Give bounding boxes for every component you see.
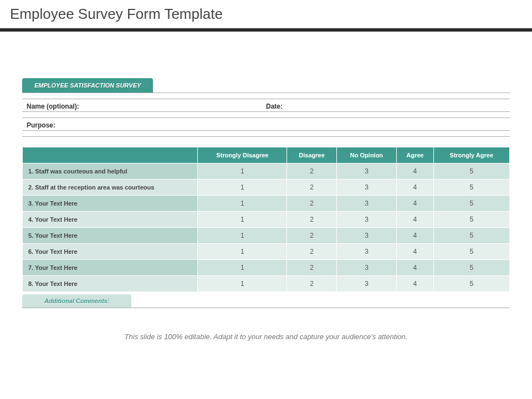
header-blank	[23, 147, 198, 163]
rating-cell[interactable]: 4	[397, 244, 433, 260]
question-cell: 4. Your Text Here	[23, 212, 198, 228]
rating-cell[interactable]: 4	[397, 260, 433, 276]
table-row: 5. Your Text Here12345	[23, 228, 510, 244]
rating-cell[interactable]: 1	[198, 260, 287, 276]
rating-cell[interactable]: 1	[198, 180, 287, 196]
purpose-row: Purpose:	[22, 118, 510, 131]
rating-cell[interactable]: 2	[287, 276, 336, 292]
rating-cell[interactable]: 4	[397, 228, 433, 244]
survey-table: Strongly Disagree Disagree No Opinion Ag…	[22, 147, 510, 292]
rating-cell[interactable]: 1	[198, 196, 287, 212]
rating-cell[interactable]: 4	[397, 276, 433, 292]
rating-cell[interactable]: 3	[336, 260, 397, 276]
rating-cell[interactable]: 1	[198, 244, 287, 260]
table-row: 8. Your Text Here12345	[23, 276, 510, 292]
rating-cell[interactable]: 5	[433, 244, 509, 260]
rating-cell[interactable]: 2	[287, 260, 336, 276]
table-row: 7. Your Text Here12345	[23, 260, 510, 276]
header-col: No Opinion	[336, 147, 397, 163]
table-row: 2. Staff at the reception area was court…	[23, 180, 510, 196]
rating-cell[interactable]: 5	[433, 276, 509, 292]
rating-cell[interactable]: 1	[198, 212, 287, 228]
rating-cell[interactable]: 3	[336, 196, 397, 212]
rating-cell[interactable]: 2	[287, 244, 336, 260]
question-cell: 8. Your Text Here	[23, 276, 198, 292]
name-label: Name (optional):	[27, 103, 79, 110]
divider	[22, 308, 510, 308]
question-cell: 6. Your Text Here	[23, 244, 198, 260]
rating-cell[interactable]: 4	[397, 163, 433, 180]
name-date-row: Name (optional): Date:	[22, 99, 510, 112]
survey-header-tab: EMPLOYEE SATISFACTION SURVEY	[22, 78, 153, 93]
rating-cell[interactable]: 2	[287, 212, 336, 228]
rating-cell[interactable]: 2	[287, 180, 336, 196]
rating-cell[interactable]: 3	[336, 244, 397, 260]
rating-cell[interactable]: 1	[198, 228, 287, 244]
table-row: 1. Staff was courteous and helpful12345	[23, 163, 510, 180]
rating-cell[interactable]: 2	[287, 228, 336, 244]
rating-cell[interactable]: 2	[287, 196, 336, 212]
rating-cell[interactable]: 2	[287, 163, 336, 180]
header-col: Disagree	[287, 147, 336, 163]
rating-cell[interactable]: 3	[336, 180, 397, 196]
question-cell: 2. Staff at the reception area was court…	[23, 180, 198, 196]
rating-cell[interactable]: 5	[433, 228, 509, 244]
question-cell: 1. Staff was courteous and helpful	[23, 163, 198, 180]
rating-cell[interactable]: 3	[336, 163, 397, 180]
date-label: Date:	[266, 103, 283, 110]
divider	[22, 136, 510, 137]
rating-cell[interactable]: 1	[198, 163, 287, 180]
purpose-label: Purpose:	[27, 121, 55, 129]
rating-cell[interactable]: 5	[433, 163, 509, 180]
rating-cell[interactable]: 3	[336, 228, 397, 244]
table-row: 4. Your Text Here12345	[23, 212, 510, 228]
rating-cell[interactable]: 4	[397, 180, 433, 196]
table-row: 6. Your Text Here12345	[23, 244, 510, 260]
question-cell: 7. Your Text Here	[23, 260, 198, 276]
rating-cell[interactable]: 5	[433, 212, 509, 228]
header-col: Strongly Agree	[433, 147, 509, 163]
rating-cell[interactable]: 3	[336, 212, 397, 228]
comments-tab: Additional Comments:	[22, 294, 131, 308]
header-col: Agree	[397, 147, 433, 163]
rating-cell[interactable]: 4	[397, 196, 433, 212]
question-cell: 3. Your Text Here	[23, 196, 198, 212]
rating-cell[interactable]: 5	[433, 180, 509, 196]
footer-note: This slide is 100% editable. Adapt it to…	[22, 332, 510, 341]
rating-cell[interactable]: 4	[397, 212, 433, 228]
rating-cell[interactable]: 3	[336, 276, 397, 292]
rating-cell[interactable]: 5	[433, 196, 509, 212]
table-row: 3. Your Text Here12345	[23, 196, 510, 212]
slide-title: Employee Survey Form Template	[0, 0, 532, 28]
rating-cell[interactable]: 5	[433, 260, 509, 276]
table-header-row: Strongly Disagree Disagree No Opinion Ag…	[23, 147, 510, 163]
question-cell: 5. Your Text Here	[23, 228, 198, 244]
rating-cell[interactable]: 1	[198, 276, 287, 292]
header-col: Strongly Disagree	[198, 147, 287, 163]
